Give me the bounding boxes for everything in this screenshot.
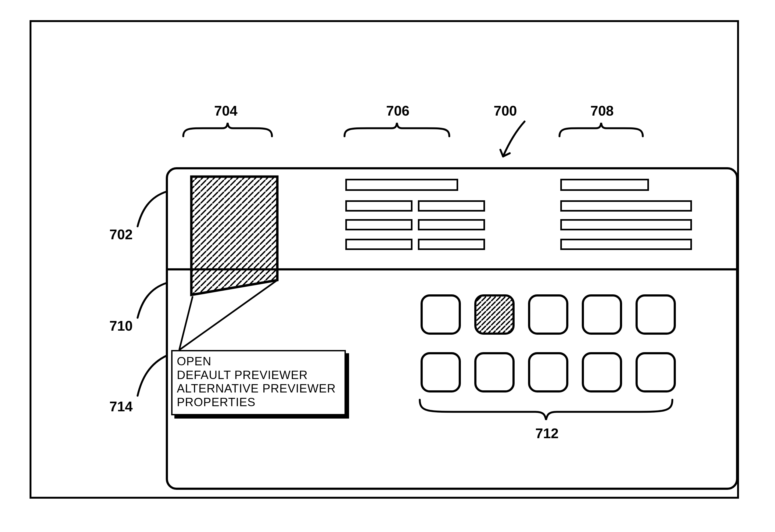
thumb-5[interactable] (421, 352, 461, 393)
preview-thumbnail[interactable] (189, 174, 280, 298)
label-710: 710 (109, 318, 133, 334)
menu-item-default[interactable]: DEFAULT PREVIEWER (177, 368, 340, 382)
brace-708 (558, 121, 644, 138)
label-700: 700 (494, 103, 517, 119)
meta-row-706-4a (345, 239, 413, 250)
outer-frame: 704 706 700 708 702 710 714 (30, 20, 739, 499)
thumb-4[interactable] (636, 295, 676, 335)
label-714: 714 (109, 398, 133, 415)
label-702: 702 (109, 226, 133, 242)
label-706: 706 (386, 103, 410, 119)
thumb-6[interactable] (474, 352, 515, 393)
meta-row-708-1 (560, 179, 649, 191)
meta-row-706-4b (418, 239, 485, 250)
meta-row-708-3 (560, 219, 692, 230)
meta-row-706-2b (418, 200, 485, 211)
meta-row-706-3b (418, 219, 485, 230)
menu-item-alt[interactable]: ALTERNATIVE PREVIEWER (177, 382, 340, 396)
label-712: 712 (535, 425, 559, 441)
brace-706 (343, 121, 451, 138)
thumb-2[interactable] (528, 295, 568, 335)
thumb-0[interactable] (421, 295, 461, 335)
svg-rect-0 (477, 297, 513, 333)
thumb-8[interactable] (582, 352, 622, 393)
thumb-9[interactable] (636, 352, 676, 393)
meta-row-708-2 (560, 200, 692, 211)
meta-row-706-1 (345, 179, 458, 191)
label-704: 704 (214, 103, 237, 119)
thumb-7[interactable] (528, 352, 568, 393)
brace-712 (417, 397, 675, 421)
meta-row-708-4 (560, 239, 692, 250)
meta-row-706-3a (345, 219, 413, 230)
meta-row-706-2a (345, 200, 413, 211)
thumb-1[interactable] (474, 295, 515, 335)
arc-710 (133, 280, 168, 321)
arc-702 (133, 189, 168, 229)
context-menu[interactable]: OPEN DEFAULT PREVIEWER ALTERNATIVE PREVI… (171, 350, 346, 415)
label-708: 708 (590, 103, 614, 119)
arrow-700 (498, 119, 530, 164)
thumb-3[interactable] (582, 295, 622, 335)
arc-714 (133, 353, 168, 398)
brace-704 (182, 121, 273, 138)
menu-item-props[interactable]: PROPERTIES (177, 396, 340, 409)
menu-item-open[interactable]: OPEN (177, 355, 340, 368)
